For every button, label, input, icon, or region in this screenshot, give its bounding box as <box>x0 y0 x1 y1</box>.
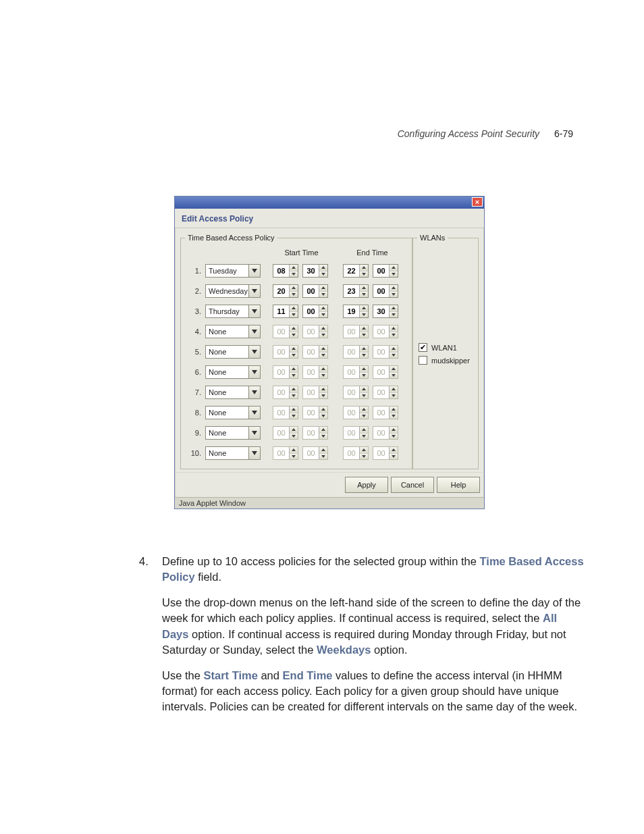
spinner-down-icon[interactable] <box>360 292 368 298</box>
spinner-down-icon <box>360 393 368 399</box>
chevron-down-icon[interactable] <box>248 325 260 338</box>
row-number: 2. <box>185 287 205 295</box>
chevron-down-icon[interactable] <box>248 427 260 439</box>
chevron-down-icon[interactable] <box>248 305 260 317</box>
svg-marker-46 <box>292 367 296 370</box>
spinner-up-icon[interactable] <box>290 285 298 292</box>
spinner-down-icon[interactable] <box>290 292 298 298</box>
spinner-up-icon[interactable] <box>390 285 398 292</box>
day-select[interactable]: None <box>205 365 261 379</box>
start-minute-spinner[interactable]: 30 <box>302 264 328 278</box>
start-minute-spinner-value: 00 <box>303 427 319 439</box>
wlan-checkbox[interactable]: mudskipper <box>419 356 473 365</box>
end-hour-spinner[interactable]: 23 <box>343 284 369 298</box>
end-minute-spinner-value: 00 <box>373 285 389 297</box>
cancel-button[interactable]: Cancel <box>391 477 434 493</box>
chevron-down-icon[interactable] <box>248 285 260 297</box>
spinner-down-icon[interactable] <box>319 312 327 318</box>
start-hour-spinner-value: 11 <box>273 305 289 317</box>
svg-marker-69 <box>362 415 366 417</box>
spinner-down-icon[interactable] <box>319 292 327 298</box>
end-hour-spinner[interactable]: 19 <box>343 305 369 318</box>
day-select[interactable]: Tuesday <box>205 264 261 278</box>
spinner-down-icon <box>319 434 327 440</box>
step-number: 4. <box>139 554 162 725</box>
day-select[interactable]: None <box>205 386 261 399</box>
day-select[interactable]: None <box>205 325 261 338</box>
spinner-down-icon[interactable] <box>390 271 398 278</box>
svg-marker-88 <box>392 448 396 451</box>
wlan-checkbox[interactable]: ✔WLAN1 <box>419 343 473 352</box>
svg-marker-32 <box>362 327 366 330</box>
checkbox-icon[interactable] <box>419 356 427 365</box>
spinner-up-icon[interactable] <box>319 285 327 292</box>
spinner-down-icon[interactable] <box>360 312 368 318</box>
spinner-up-icon[interactable] <box>360 265 368 271</box>
help-button[interactable]: Help <box>437 477 480 493</box>
chevron-down-icon[interactable] <box>248 366 260 378</box>
spinner-up-icon[interactable] <box>390 305 398 312</box>
start-hour-spinner-value: 00 <box>273 325 289 338</box>
day-select[interactable]: None <box>205 406 261 419</box>
time-policy-legend: Time Based Access Policy <box>185 234 277 242</box>
row-number: 5. <box>185 348 205 356</box>
spinner-down-icon <box>319 413 327 419</box>
step-paragraph-1: Define up to 10 access policies for the … <box>162 554 585 585</box>
spinner-up-icon <box>360 325 368 332</box>
spinner-up-icon[interactable] <box>319 305 327 312</box>
day-select[interactable]: Wednesday <box>205 284 261 298</box>
start-hour-spinner[interactable]: 20 <box>273 284 298 298</box>
row-number: 4. <box>185 328 205 336</box>
spinner-down-icon[interactable] <box>390 312 398 318</box>
spinner-up-icon[interactable] <box>360 305 368 312</box>
end-minute-spinner[interactable]: 00 <box>373 284 398 298</box>
day-select[interactable]: None <box>205 426 261 440</box>
checkbox-icon[interactable]: ✔ <box>419 343 427 352</box>
spinner-down-icon <box>290 454 298 460</box>
chevron-down-icon[interactable] <box>248 447 260 459</box>
spinner-down-icon[interactable] <box>390 292 398 298</box>
spinner-down-icon[interactable] <box>290 271 298 278</box>
spinner-up-icon[interactable] <box>319 265 327 271</box>
day-select[interactable]: None <box>205 345 261 359</box>
svg-marker-55 <box>292 388 296 390</box>
end-minute-spinner[interactable]: 30 <box>373 305 398 318</box>
spinner-up-icon[interactable] <box>360 285 368 292</box>
policy-row: 3.Thursday11001930 <box>185 301 408 321</box>
apply-button[interactable]: Apply <box>345 477 388 493</box>
spinner-down-icon[interactable] <box>360 271 368 278</box>
start-minute-spinner: 00 <box>302 426 328 440</box>
spinner-up-icon <box>360 346 368 353</box>
start-minute-spinner[interactable]: 00 <box>302 284 328 298</box>
day-select[interactable]: Thursday <box>205 305 261 318</box>
svg-marker-71 <box>392 415 396 417</box>
start-minute-spinner[interactable]: 00 <box>302 305 328 318</box>
spinner-down-icon[interactable] <box>319 271 327 278</box>
start-hour-spinner-value: 00 <box>273 427 289 439</box>
end-hour-spinner[interactable]: 22 <box>343 264 369 278</box>
end-hour-spinner-value: 00 <box>344 325 359 338</box>
spinner-up-icon[interactable] <box>390 265 398 271</box>
start-minute-spinner-value: 00 <box>303 447 319 459</box>
chevron-down-icon[interactable] <box>248 265 260 277</box>
spinner-up-icon <box>290 366 298 373</box>
day-select[interactable]: None <box>205 446 261 460</box>
spinner-up-icon[interactable] <box>290 265 298 271</box>
spinner-up-icon[interactable] <box>290 305 298 312</box>
end-minute-spinner: 00 <box>373 406 398 419</box>
spinner-down-icon <box>360 373 368 379</box>
end-minute-spinner[interactable]: 00 <box>373 264 398 278</box>
chevron-down-icon[interactable] <box>248 386 260 398</box>
spinner-down-icon[interactable] <box>290 312 298 318</box>
svg-marker-40 <box>321 354 325 357</box>
spinner-up-icon <box>290 427 298 434</box>
start-hour-spinner[interactable]: 11 <box>273 305 298 318</box>
start-hour-spinner[interactable]: 08 <box>273 264 298 278</box>
close-icon[interactable]: × <box>472 197 483 207</box>
keyword-end-time: End Time <box>283 669 333 681</box>
chevron-down-icon[interactable] <box>248 346 260 358</box>
svg-marker-19 <box>292 307 296 309</box>
chevron-down-icon[interactable] <box>248 407 260 419</box>
end-minute-spinner-value: 00 <box>373 407 389 419</box>
policy-row: 2.Wednesday20002300 <box>185 281 408 301</box>
